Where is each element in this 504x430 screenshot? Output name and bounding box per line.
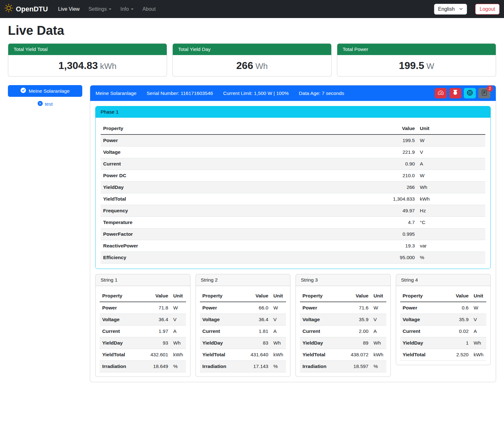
value-cell: 438.072: [344, 349, 371, 361]
unit-cell: kWh: [417, 193, 485, 205]
inverter-name: Meine Solaranlage: [96, 90, 136, 96]
property-cell: Power: [101, 134, 379, 146]
table-row: Irradiation18.597%: [300, 361, 386, 372]
inverter-limit: Current Limit: 1,500 W | 100%: [223, 90, 289, 96]
summary-card-body: 266Wh: [173, 55, 331, 76]
summary-card-title: Total Yield Total: [8, 44, 167, 55]
value-cell: 221.9: [379, 146, 417, 158]
unit-cell: Hz: [417, 205, 485, 217]
limit-settings-button[interactable]: [435, 88, 447, 98]
nav-item-about[interactable]: About: [139, 4, 159, 15]
unit-cell: kWh: [371, 349, 386, 361]
brand-label: OpenDTU: [16, 5, 48, 13]
value-cell: 83: [244, 337, 271, 349]
table-row: YieldDay83Wh: [200, 337, 286, 349]
summary-card-body: 1,304.83kWh: [8, 55, 167, 76]
brand[interactable]: OpenDTU: [4, 4, 48, 14]
nav-item-settings[interactable]: Settings: [85, 4, 115, 15]
table-row: YieldTotal431.640kWh: [200, 349, 286, 361]
string-table: Property Value Unit Power71.8WVoltage36.…: [100, 290, 186, 372]
inverter-select-button[interactable]: Meine Solaranlage: [8, 85, 82, 97]
page-title: Live Data: [8, 23, 496, 38]
property-cell: YieldTotal: [100, 349, 144, 361]
nav-item-label: Info: [120, 6, 129, 12]
value-cell: 66.0: [244, 302, 271, 314]
value-cell: 0.02: [444, 326, 471, 337]
inverter-card-header: Meine Solaranlage Serial Number: 1161716…: [90, 85, 496, 101]
value-cell: 36.4: [244, 314, 271, 326]
unit-cell: W: [371, 302, 386, 314]
top-navbar: OpenDTU Live View Settings Info About En…: [0, 0, 504, 18]
string-card-1: String 1 Property Value Unit: [95, 274, 190, 377]
summary-card-unit: W: [426, 61, 434, 71]
unit-cell: Wh: [171, 337, 186, 349]
column-header-value: Value: [344, 290, 371, 302]
summary-card-value: 266: [236, 60, 253, 71]
column-header-unit: Unit: [371, 290, 386, 302]
table-row: Power71.6W: [300, 302, 386, 314]
inverter-item-test[interactable]: test: [8, 101, 82, 107]
value-cell: 93: [144, 337, 171, 349]
unit-cell: W: [417, 170, 485, 182]
inverter-item-label: test: [45, 101, 53, 107]
value-cell: 2.520: [444, 349, 471, 361]
summary-card-total-yield-day: Total Yield Day 266Wh: [172, 43, 332, 77]
unit-cell: %: [171, 361, 186, 372]
device-info-button[interactable]: [464, 88, 476, 98]
property-cell: Irradiation: [300, 361, 344, 372]
property-cell: Current: [300, 326, 344, 337]
unit-cell: °C: [417, 217, 485, 228]
value-cell: 0.995: [379, 228, 417, 240]
value-cell: 36.4: [144, 314, 171, 326]
value-cell: 19.3: [379, 240, 417, 252]
unit-cell: kWh: [171, 349, 186, 361]
logout-button[interactable]: Logout: [475, 4, 500, 15]
inverter-select-label: Meine Solaranlage: [29, 88, 70, 94]
string-card-title: String 4: [396, 274, 491, 286]
chevron-down-icon: [459, 6, 463, 12]
inverter-actions: 2: [435, 88, 490, 98]
unit-cell: A: [417, 158, 485, 170]
property-cell: Voltage: [400, 314, 445, 326]
string-card-body: Property Value Unit Power71.6WVoltage35.…: [296, 286, 390, 377]
column-header-unit: Unit: [417, 123, 485, 134]
property-cell: Voltage: [100, 314, 144, 326]
chevron-down-icon: [131, 9, 134, 10]
value-cell: 0.90: [379, 158, 417, 170]
nav-item-live-view[interactable]: Live View: [54, 4, 83, 15]
summary-card-title: Total Yield Day: [173, 44, 331, 55]
property-cell: Voltage: [300, 314, 344, 326]
table-header-row: Property Value Unit: [400, 290, 487, 302]
property-cell: YieldTotal: [101, 193, 379, 205]
property-cell: YieldTotal: [300, 349, 344, 361]
event-log-button[interactable]: 2: [478, 88, 490, 98]
power-toggle-button[interactable]: [449, 88, 461, 98]
property-cell: PowerFactor: [101, 228, 379, 240]
summary-card-title: Total Power: [337, 44, 496, 55]
property-cell: YieldDay: [200, 337, 244, 349]
column-header-unit: Unit: [271, 290, 286, 302]
property-cell: Power: [400, 302, 445, 314]
unit-cell: W: [471, 302, 486, 314]
nav-item-info[interactable]: Info: [116, 4, 137, 15]
value-cell: 1.81: [244, 326, 271, 337]
table-header-row: Property Value Unit: [200, 290, 286, 302]
string-card-title: String 2: [196, 274, 290, 286]
property-cell: YieldTotal: [400, 349, 445, 361]
column-header-property: Property: [400, 290, 445, 302]
chevron-down-icon: [109, 9, 111, 10]
summary-card-value: 1,304.83: [59, 60, 98, 71]
journal-list-icon: [482, 90, 487, 97]
table-row: Current1.97A: [100, 326, 186, 337]
unit-cell: Wh: [371, 337, 386, 349]
table-row: Current0.90A: [101, 158, 485, 170]
value-cell: 17.143: [244, 361, 271, 372]
cpu-chip-icon: [467, 90, 473, 97]
unit-cell: V: [371, 314, 386, 326]
inverter-data-age: Data Age: 7 seconds: [299, 90, 344, 96]
string-card-title: String 1: [96, 274, 190, 286]
inverter-selector-column: Meine Solaranlage test: [8, 85, 82, 107]
language-select[interactable]: English: [434, 4, 467, 15]
property-cell: Frequency: [101, 205, 379, 217]
string-card-2: String 2 Property Value Unit: [196, 274, 291, 377]
